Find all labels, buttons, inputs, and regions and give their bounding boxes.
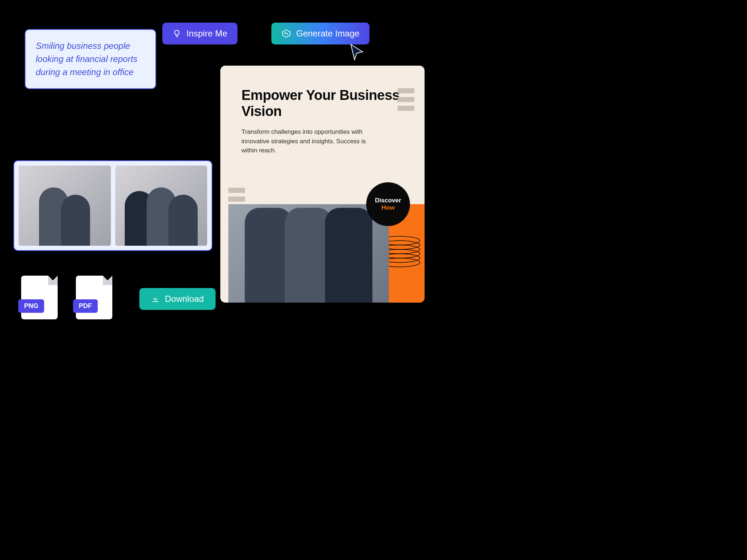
image-generate-icon [282,29,291,38]
poster-body: Transform challenges into opportunities … [241,127,369,155]
thumbnail-gallery [13,160,212,251]
discover-top: Discover [375,197,401,204]
poster-preview[interactable]: Empower Your Business Vision Transform c… [220,66,425,303]
file-png[interactable]: PNG [21,276,58,319]
png-badge: PNG [18,299,44,313]
prompt-box[interactable]: Smiling business people looking at finan… [25,29,156,89]
pdf-badge: PDF [73,299,98,313]
generate-label: Generate Image [296,28,359,39]
download-button[interactable]: Download [139,288,216,310]
poster-photo [228,204,389,303]
decorative-bars-top-right [398,88,414,111]
lightbulb-icon [173,29,181,38]
discover-bottom: How [382,204,395,211]
cursor-icon [349,44,364,61]
poster-title: Empower Your Business Vision [241,88,403,119]
download-label: Download [165,294,204,304]
file-pdf[interactable]: PDF [76,276,112,319]
prompt-text: Smiling business people looking at finan… [36,39,145,79]
thumbnail-2[interactable] [115,166,208,246]
download-icon [151,295,160,303]
generate-image-button[interactable]: Generate Image [271,23,369,44]
discover-cta[interactable]: Discover How [366,182,410,226]
inspire-label: Inspire Me [186,28,227,39]
thumbnail-1[interactable] [19,166,111,246]
inspire-button[interactable]: Inspire Me [162,23,237,44]
